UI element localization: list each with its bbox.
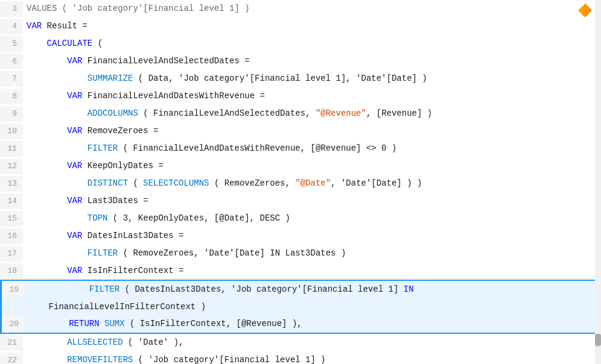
line-content: DISTINCT ( SELECTCOLUMNS ( RemoveZeroes,…	[23, 175, 422, 191]
token: VAR	[67, 196, 82, 206]
line-content: SUMMARIZE ( Data, 'Job category'[Financi…	[23, 71, 427, 86]
token: ( FinancialLevelAndDatesWithRevenue, [@R…	[118, 143, 396, 153]
code-line: 14 VAR Last3Dates =	[0, 192, 601, 210]
token: SUMX	[104, 319, 125, 328]
token	[100, 319, 104, 328]
token	[27, 39, 47, 48]
token: , 'Date'[Date] ) )	[331, 178, 422, 188]
token	[27, 231, 67, 240]
line-number: 18	[0, 263, 23, 279]
token: FinancialLevelAndSelectedDates =	[82, 56, 249, 66]
code-lines: 3VALUES ( 'Job category'[Financial level…	[0, 0, 601, 364]
token	[27, 74, 87, 83]
token: "@Revenue"	[316, 108, 366, 118]
token: (	[128, 178, 143, 188]
token: VAR	[67, 91, 82, 101]
line-number: 5	[0, 36, 23, 52]
token: VAR	[67, 161, 82, 171]
line-content: VAR FinancialLevelAndSelectedDates =	[23, 53, 250, 69]
line-number: 16	[0, 228, 23, 244]
token: ALLSELECTED	[67, 337, 122, 347]
token: , [Revenue] )	[366, 108, 432, 118]
line-number: 12	[0, 158, 23, 174]
scrollbar-thumb[interactable]	[595, 334, 601, 346]
line-number: 9	[0, 106, 23, 122]
token	[28, 284, 89, 294]
token: ( 'Job category'[Financial level 1] )	[133, 355, 325, 364]
code-line: 20 RETURN SUMX ( IsInFilterContext, [@Re…	[0, 315, 601, 334]
code-line: 19 FILTER ( DatesInLast3Dates, 'Job cate…	[0, 280, 601, 298]
line-content: CALCULATE (	[23, 36, 103, 51]
code-line: 4VAR Result =	[0, 17, 601, 35]
token: VAR	[67, 126, 82, 136]
token: Result =	[42, 21, 87, 31]
token: ( 3, KeepOnlyDates, [@Date], DESC )	[107, 213, 290, 223]
line-number: 11	[0, 141, 23, 157]
code-line: 22 REMOVEFILTERS ( 'Job category'[Financ…	[0, 351, 601, 364]
line-content: FinancialLevelInFilterContext )	[25, 299, 206, 315]
line-content: VAR Result =	[23, 18, 87, 34]
token: FinancialLevelAndDatesWithRevenue =	[82, 91, 264, 101]
token: KeepOnlyDates =	[82, 161, 163, 171]
code-line: 21 ALLSELECTED ( 'Date' ),	[0, 334, 601, 351]
token: ( RemoveZeroes, 'Date'[Date] IN Last3Dat…	[118, 248, 346, 258]
token	[27, 196, 67, 206]
scrollbar[interactable]	[595, 0, 601, 364]
token: RETURN	[69, 319, 99, 328]
line-number: 3	[0, 1, 23, 17]
code-editor: 3VALUES ( 'Job category'[Financial level…	[0, 0, 601, 364]
line-content: RETURN SUMX ( IsInFilterContext, [@Reven…	[25, 316, 302, 331]
token: CALCULATE	[47, 39, 93, 48]
cursor-icon: 🔶	[577, 3, 593, 18]
line-number: 6	[0, 54, 23, 69]
line-content: VAR RemoveZeroes =	[23, 123, 158, 139]
line-number: 19	[2, 282, 25, 298]
line-content: VALUES ( 'Job category'[Financial level …	[23, 1, 250, 16]
token: SUMMARIZE	[87, 74, 133, 83]
code-line: FinancialLevelInFilterContext )	[0, 298, 601, 315]
token: "@Date"	[295, 178, 331, 188]
token: FILTER	[87, 248, 118, 258]
token: FinancialLevelInFilterContext )	[28, 302, 206, 312]
token	[27, 161, 67, 171]
token: IN	[404, 284, 414, 294]
code-line: 17 FILTER ( RemoveZeroes, 'Date'[Date] I…	[0, 245, 601, 262]
line-content: ALLSELECTED ( 'Date' ),	[23, 334, 183, 350]
code-line: 7 SUMMARIZE ( Data, 'Job category'[Finan…	[0, 70, 601, 87]
line-number: 17	[0, 246, 23, 262]
token: SELECTCOLUMNS	[143, 178, 209, 188]
token: VAR	[27, 21, 42, 31]
line-number: 4	[0, 19, 23, 34]
token: Last3Dates =	[82, 196, 148, 206]
code-line: 13 DISTINCT ( SELECTCOLUMNS ( RemoveZero…	[0, 175, 601, 192]
line-number: 22	[0, 353, 23, 364]
line-number: 13	[0, 176, 23, 192]
token	[27, 126, 67, 136]
token	[27, 91, 67, 101]
line-content: FILTER ( RemoveZeroes, 'Date'[Date] IN L…	[23, 245, 346, 261]
line-number: 14	[0, 193, 23, 209]
line-content: VAR KeepOnlyDates =	[23, 158, 164, 174]
code-line: 8 VAR FinancialLevelAndDatesWithRevenue …	[0, 87, 601, 105]
token	[27, 213, 87, 223]
line-content: VAR FinancialLevelAndDatesWithRevenue =	[23, 88, 265, 104]
token	[28, 319, 69, 328]
line-number: 15	[0, 211, 23, 227]
line-content: FILTER ( FinancialLevelAndDatesWithReven…	[23, 140, 396, 156]
token	[27, 248, 87, 258]
code-line: 9 ADDCOLUMNS ( FinancialLevelAndSelected…	[0, 105, 601, 122]
line-content: VAR Last3Dates =	[23, 193, 148, 209]
token	[27, 143, 87, 153]
line-number: 10	[0, 124, 23, 139]
code-line: 18 VAR IsInFilterContext =	[0, 262, 601, 280]
code-line: 3VALUES ( 'Job category'[Financial level…	[0, 0, 601, 17]
token: DISTINCT	[87, 178, 128, 188]
code-line: 11 FILTER ( FinancialLevelAndDatesWithRe…	[0, 140, 601, 157]
line-number: 8	[0, 89, 23, 104]
token: ( Data, 'Job category'[Financial level 1…	[133, 74, 427, 83]
line-content: TOPN ( 3, KeepOnlyDates, [@Date], DESC )	[23, 210, 290, 226]
line-content: ADDCOLUMNS ( FinancialLevelAndSelectedDa…	[23, 105, 432, 121]
line-number: 21	[0, 335, 23, 351]
token	[27, 337, 67, 347]
token	[27, 56, 67, 66]
